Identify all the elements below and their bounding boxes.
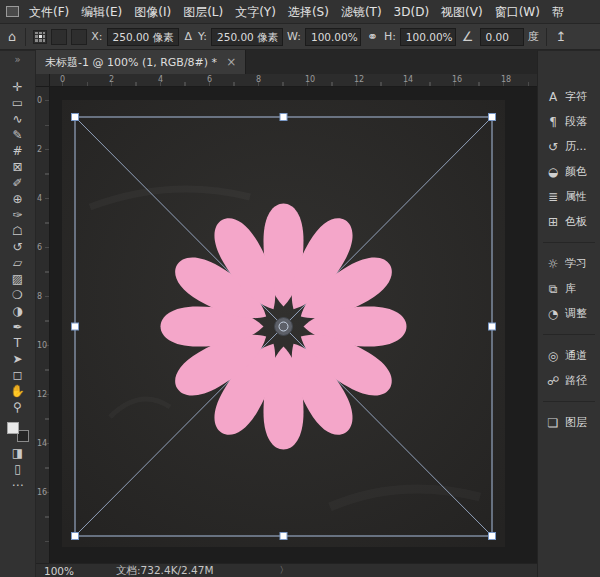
hand-tool[interactable]: ✋ [0,383,35,399]
panel-history[interactable]: ↺历... [538,134,600,159]
tab-close-icon[interactable]: × [226,55,236,69]
relative-position-icon[interactable]: Δ [183,30,195,43]
options-button-2[interactable] [71,29,87,45]
menu-item[interactable]: 滤镜(T) [335,0,388,24]
panel-swatches[interactable]: ⊞色板 [538,209,600,234]
move-tool[interactable]: ✛ [0,79,35,95]
edit-toolbar-icon[interactable]: ⋯ [0,477,35,493]
zoom-tool[interactable]: ⚲ [0,399,35,415]
panel-label: 色板 [565,214,587,229]
transform-handle-n[interactable] [280,114,287,121]
crop-tool[interactable]: # [0,143,35,159]
panel-libraries[interactable]: ⧉库 [538,276,600,301]
screen-mode-icon[interactable]: ▯ [0,461,35,477]
menu-item[interactable]: 文件(F) [23,0,75,24]
document-tab[interactable]: 未标题-1 @ 100% (1, RGB/8#) * × [36,50,246,74]
blur-tool[interactable]: ❍ [0,287,35,303]
toolbar-bottom-icons: ◨▯⋯ [0,445,35,493]
panel-adjustments[interactable]: ◔调整 [538,301,600,326]
options-button-1[interactable] [51,29,67,45]
x-input[interactable]: 250.00 像素 [107,28,179,46]
zoom-level-field[interactable]: 100% [36,565,82,577]
home-icon[interactable]: ⌂ [6,29,18,44]
panel-paths[interactable]: ☍路径 [538,368,600,393]
reference-point-grid[interactable] [33,30,47,44]
type-tool[interactable]: T [0,335,35,351]
ruler-number: 0 [37,96,42,105]
panel-learn[interactable]: ☼学习 [538,251,600,276]
gradient-tool[interactable]: ▨ [0,271,35,287]
menu-item[interactable]: 图像(I) [128,0,177,24]
transform-handle-e[interactable] [489,323,496,330]
panel-label: 学习 [565,256,587,271]
panel-label: 图层 [565,415,587,430]
panel-label: 库 [565,281,576,296]
ruler-vertical: 0246810121416 [36,87,50,563]
photoshop-window: 文件(F)编辑(E)图像(I)图层(L)文字(Y)选择(S)滤镜(T)3D(D)… [0,0,600,577]
panel-paragraph[interactable]: ¶段落 [538,109,600,134]
marquee-tool[interactable]: ▭ [0,95,35,111]
color-swatches[interactable] [7,422,29,442]
status-chevron-icon[interactable]: 〉 [280,564,289,577]
ruler-number: 12 [37,390,47,399]
status-bar: 100% 文档:732.4K/2.47M 〉 [36,563,537,577]
panel-layers[interactable]: ❏图层 [538,410,600,435]
menu-item[interactable]: 3D(D) [388,0,435,24]
menu-item[interactable]: 选择(S) [282,0,335,24]
workspace-icon[interactable]: ↥ [554,29,569,44]
ruler-number: 14 [403,75,413,84]
panel-label: 通道 [565,348,587,363]
angle-input[interactable]: 0.00 [480,28,524,46]
height-input[interactable]: 100.00% [400,28,456,46]
menu-item[interactable]: 帮 [546,0,570,24]
width-input[interactable]: 100.00% [305,28,361,46]
panel-separator [543,334,595,335]
panel-label: 路径 [565,373,587,388]
menu-item[interactable]: 图层(L) [177,0,229,24]
lasso-tool[interactable]: ∿ [0,111,35,127]
dodge-tool[interactable]: ◑ [0,303,35,319]
ruler-number: 18 [501,75,511,84]
menu-item[interactable]: 文字(Y) [229,0,282,24]
panel-properties[interactable]: ≣属性 [538,184,600,209]
healing-brush-tool[interactable]: ⊕ [0,191,35,207]
transform-handle-s[interactable] [280,533,287,540]
toolbar-collapse-icon[interactable]: » [0,53,35,67]
quick-mask-icon[interactable]: ◨ [0,445,35,461]
y-input[interactable]: 250.00 像素 [211,28,283,46]
foreground-color-swatch[interactable] [7,422,19,434]
eyedropper-tool[interactable]: ✐ [0,175,35,191]
panel-properties-icon: ≣ [546,190,560,204]
brush-tool[interactable]: ✑ [0,207,35,223]
shape-tool[interactable]: ◻ [0,367,35,383]
history-brush-tool[interactable]: ↺ [0,239,35,255]
transform-handle-w[interactable] [72,323,79,330]
quick-selection-tool[interactable]: ✎ [0,127,35,143]
link-dimensions-icon[interactable]: ⚭ [365,29,380,44]
panel-character[interactable]: A字符 [538,84,600,109]
transform-handle-se[interactable] [489,533,496,540]
ruler-number: 0 [60,75,65,84]
ruler-horizontal: 024681012141618 [50,74,537,87]
panel-separator [543,242,595,243]
transform-handle-sw[interactable] [72,533,79,540]
clone-stamp-tool[interactable]: ☖ [0,223,35,239]
ruler-number: 8 [37,292,42,301]
transform-handle-ne[interactable] [489,114,496,121]
panel-color-icon: ◒ [546,165,560,179]
panel-color[interactable]: ◒颜色 [538,159,600,184]
divider [546,28,547,46]
menu-item[interactable]: 编辑(E) [75,0,128,24]
transform-handle-nw[interactable] [72,114,79,121]
ruler-number: 16 [37,488,47,497]
canvas-viewport[interactable] [50,87,537,563]
path-selection-tool[interactable]: ➤ [0,351,35,367]
menu-item[interactable]: 视图(V) [435,0,489,24]
eraser-tool[interactable]: ▱ [0,255,35,271]
menu-item[interactable]: 窗口(W) [489,0,546,24]
frame-tool[interactable]: ⊠ [0,159,35,175]
panel-channels[interactable]: ◎通道 [538,343,600,368]
tool-list: ✛▭∿✎#⊠✐⊕✑☖↺▱▨❍◑✒T➤◻✋⚲ [0,79,35,415]
x-label: X: [91,30,102,43]
pen-tool[interactable]: ✒ [0,319,35,335]
